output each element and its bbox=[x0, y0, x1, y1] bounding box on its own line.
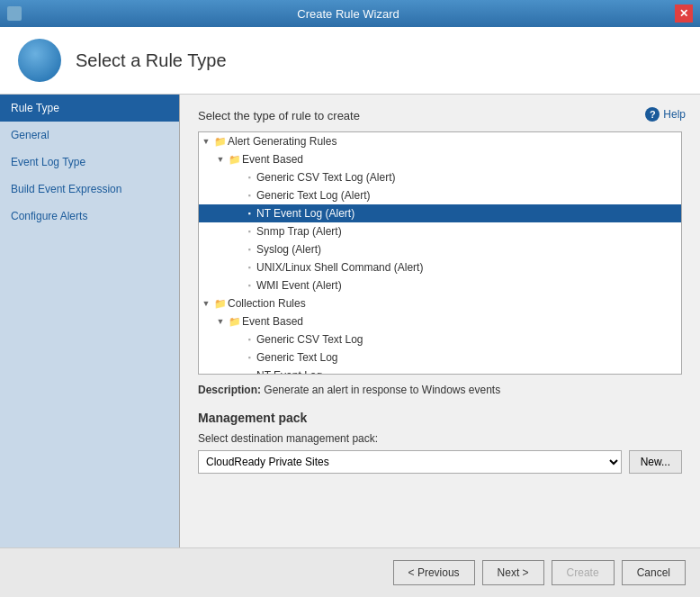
tree-item-generic-csv-alert[interactable]: ▪ Generic CSV Text Log (Alert) bbox=[199, 168, 681, 186]
wizard-header-icon bbox=[18, 39, 61, 82]
management-pack-row: CloudReady Private Sites New... bbox=[198, 450, 682, 474]
wizard-header-title: Select a Rule Type bbox=[76, 50, 227, 71]
tree-item-unix-shell-alert[interactable]: ▪ UNIX/Linux Shell Command (Alert) bbox=[199, 258, 681, 276]
doc-icon: ▪ bbox=[242, 332, 256, 347]
sidebar: Rule Type General Event Log Type Build E… bbox=[0, 95, 180, 547]
description-row: Description: Generate an alert in respon… bbox=[198, 384, 682, 396]
sidebar-item-build-event-expression[interactable]: Build Event Expression bbox=[0, 176, 179, 203]
expand-icon: ▼ bbox=[213, 152, 228, 167]
folder-open-icon: 📁 bbox=[213, 296, 228, 311]
folder-open-icon: 📁 bbox=[228, 314, 242, 329]
app-icon bbox=[7, 6, 22, 21]
tree-item-generic-text[interactable]: ▪ Generic Text Log bbox=[199, 348, 681, 366]
doc-icon: ▪ bbox=[242, 188, 256, 203]
description-label: Description: bbox=[198, 384, 261, 396]
tree-item-event-based-2[interactable]: ▼ 📁 Event Based bbox=[199, 312, 681, 330]
sidebar-item-rule-type[interactable]: Rule Type bbox=[0, 95, 179, 122]
wizard-footer: < Previous Next > Create Cancel bbox=[0, 547, 700, 597]
tree-item-nt-event-log-alert[interactable]: ▪ NT Event Log (Alert) bbox=[199, 204, 681, 222]
title-bar-title: Create Rule Wizard bbox=[22, 7, 675, 21]
doc-icon: ▪ bbox=[242, 242, 256, 257]
previous-button[interactable]: < Previous bbox=[393, 560, 475, 585]
next-button[interactable]: Next > bbox=[482, 560, 544, 585]
help-label: Help bbox=[663, 108, 686, 121]
tree-item-collection-rules[interactable]: ▼ 📁 Collection Rules bbox=[199, 294, 681, 312]
tree-item-event-based-1[interactable]: ▼ 📁 Event Based bbox=[199, 150, 681, 168]
management-pack-label: Select destination management pack: bbox=[198, 432, 682, 445]
tree-item-syslog-alert[interactable]: ▪ Syslog (Alert) bbox=[199, 240, 681, 258]
close-button[interactable]: ✕ bbox=[675, 5, 693, 23]
select-type-title: Select the type of rule to create bbox=[198, 109, 682, 122]
content-area: ? Help Select the type of rule to create… bbox=[180, 95, 700, 547]
sidebar-item-event-log-type[interactable]: Event Log Type bbox=[0, 149, 179, 176]
sidebar-item-configure-alerts[interactable]: Configure Alerts bbox=[0, 203, 179, 230]
doc-icon: ▪ bbox=[242, 260, 256, 275]
description-text: Generate an alert in response to Windows… bbox=[264, 384, 500, 396]
doc-icon: ▪ bbox=[242, 224, 256, 239]
create-button[interactable]: Create bbox=[552, 560, 615, 585]
folder-open-icon: 📁 bbox=[228, 152, 242, 167]
management-pack-select[interactable]: CloudReady Private Sites bbox=[198, 450, 622, 474]
doc-icon: ▪ bbox=[242, 170, 256, 185]
folder-open-icon: 📁 bbox=[213, 134, 228, 149]
tree-item-snmp-trap-alert[interactable]: ▪ Snmp Trap (Alert) bbox=[199, 222, 681, 240]
tree-item-alert-generating-rules[interactable]: ▼ 📁 Alert Generating Rules bbox=[199, 132, 681, 150]
help-link[interactable]: ? Help bbox=[645, 107, 686, 122]
doc-icon: ▪ bbox=[242, 350, 256, 365]
wizard-body: Rule Type General Event Log Type Build E… bbox=[0, 95, 700, 547]
cancel-button[interactable]: Cancel bbox=[622, 560, 686, 585]
rule-type-tree[interactable]: ▼ 📁 Alert Generating Rules ▼ 📁 Event Bas… bbox=[198, 131, 682, 375]
expand-icon: ▼ bbox=[213, 314, 228, 329]
management-pack-title: Management pack bbox=[198, 411, 682, 425]
title-bar-left bbox=[7, 6, 22, 21]
tree-item-generic-csv[interactable]: ▪ Generic CSV Text Log bbox=[199, 330, 681, 348]
help-icon: ? bbox=[645, 107, 660, 122]
doc-icon: ▪ bbox=[242, 278, 256, 293]
tree-item-wmi-event-alert[interactable]: ▪ WMI Event (Alert) bbox=[199, 276, 681, 294]
sidebar-item-general[interactable]: General bbox=[0, 122, 179, 149]
expand-icon: ▼ bbox=[199, 134, 213, 149]
wizard-header: Select a Rule Type bbox=[0, 27, 700, 95]
expand-icon: ▼ bbox=[199, 296, 213, 311]
tree-item-nt-event-log[interactable]: ▪ NT Event Log bbox=[199, 366, 681, 375]
title-bar: Create Rule Wizard ✕ bbox=[0, 0, 700, 27]
new-button[interactable]: New... bbox=[629, 450, 682, 474]
tree-item-generic-text-alert[interactable]: ▪ Generic Text Log (Alert) bbox=[199, 186, 681, 204]
doc-icon: ▪ bbox=[242, 368, 256, 375]
doc-icon: ▪ bbox=[242, 206, 256, 221]
